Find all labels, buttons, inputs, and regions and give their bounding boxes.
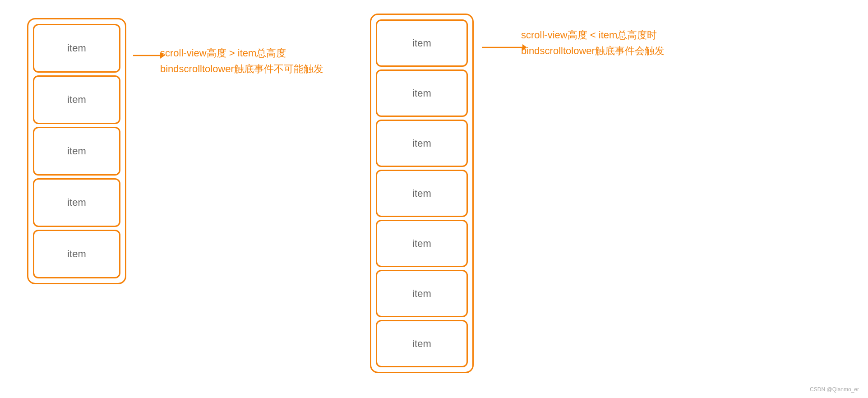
list-item: item — [376, 69, 468, 117]
list-item: item — [376, 270, 468, 317]
item-label: item — [67, 197, 86, 208]
right-diagram-section: item item item item item item item — [370, 14, 474, 373]
right-annotation-line2: bindscrolltolower触底事件会触发 — [521, 43, 665, 59]
left-scroll-view: item item item item item — [27, 18, 126, 284]
right-annotation-line1: scroll-view高度 < item总高度时 — [521, 27, 665, 43]
item-label: item — [412, 138, 431, 149]
item-label: item — [412, 188, 431, 199]
item-label: item — [67, 145, 86, 157]
watermark: CSDN @Qianmo_er — [810, 386, 859, 393]
item-label: item — [412, 88, 431, 99]
list-item: item — [33, 24, 120, 73]
item-label: item — [412, 37, 431, 49]
item-label: item — [67, 42, 86, 54]
list-item: item — [376, 170, 468, 217]
list-item: item — [33, 230, 120, 278]
left-annotation-line2: bindscrolltolower触底事件不可能触发 — [160, 61, 323, 77]
left-annotation: scroll-view高度 > item总高度 bindscrolltolowe… — [160, 45, 323, 77]
list-item: item — [33, 127, 120, 176]
main-container: item item item item item scroll-view高度 >… — [0, 0, 868, 398]
list-item: item — [376, 120, 468, 167]
list-item: item — [376, 320, 468, 367]
right-arrow — [482, 41, 527, 54]
right-annotation: scroll-view高度 < item总高度时 bindscrolltolow… — [521, 27, 665, 59]
item-label: item — [412, 238, 431, 250]
list-item: item — [33, 75, 120, 124]
right-scroll-view: item item item item item item item — [370, 14, 474, 373]
item-label: item — [67, 248, 86, 260]
list-item: item — [376, 220, 468, 267]
left-annotation-line1: scroll-view高度 > item总高度 — [160, 45, 323, 61]
item-label: item — [67, 94, 86, 106]
item-label: item — [412, 288, 431, 300]
list-item: item — [33, 178, 120, 227]
list-item: item — [376, 19, 468, 67]
left-diagram-section: item item item item item — [27, 18, 126, 284]
item-label: item — [412, 338, 431, 350]
